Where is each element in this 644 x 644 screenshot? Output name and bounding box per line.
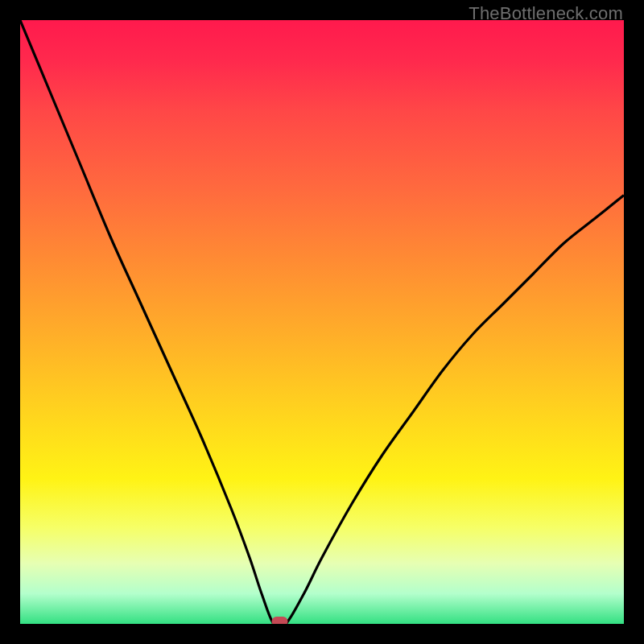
chart-frame: TheBottleneck.com bbox=[0, 0, 644, 644]
optimal-marker bbox=[272, 617, 288, 624]
curve-line-path bbox=[20, 20, 624, 624]
plot-area bbox=[20, 20, 624, 624]
watermark-text: TheBottleneck.com bbox=[469, 3, 623, 24]
bottleneck-curve bbox=[20, 20, 624, 624]
